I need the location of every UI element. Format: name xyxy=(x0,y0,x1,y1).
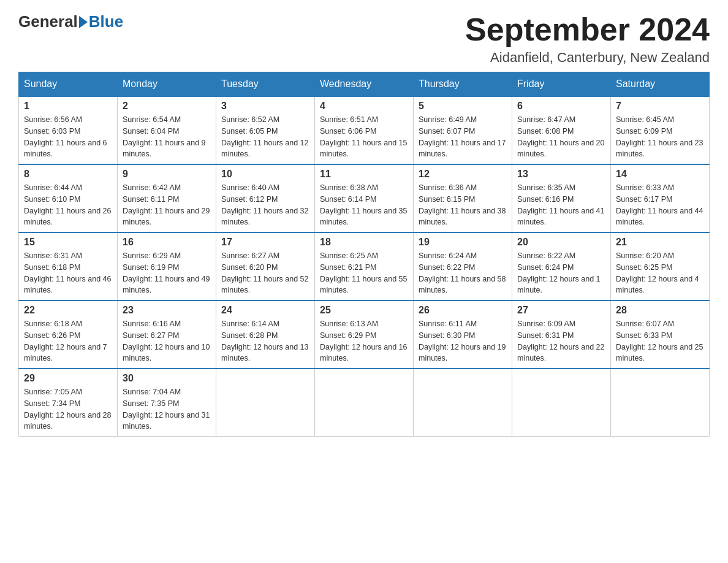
day-info: Sunrise: 6:33 AMSunset: 6:17 PMDaylight:… xyxy=(616,182,704,228)
day-info: Sunrise: 6:16 AMSunset: 6:27 PMDaylight:… xyxy=(123,318,211,364)
day-number: 28 xyxy=(616,305,704,316)
calendar-cell xyxy=(611,369,710,437)
month-title: September 2024 xyxy=(465,12,710,47)
logo-arrow-icon xyxy=(79,16,88,28)
calendar-cell: 29Sunrise: 7:05 AMSunset: 7:34 PMDayligh… xyxy=(19,369,118,437)
day-info: Sunrise: 7:04 AMSunset: 7:35 PMDaylight:… xyxy=(123,386,211,432)
day-number: 7 xyxy=(616,101,704,112)
day-info: Sunrise: 6:07 AMSunset: 6:33 PMDaylight:… xyxy=(616,318,704,364)
calendar-cell: 16Sunrise: 6:29 AMSunset: 6:19 PMDayligh… xyxy=(118,232,216,301)
calendar-cell: 17Sunrise: 6:27 AMSunset: 6:20 PMDayligh… xyxy=(216,232,315,301)
calendar-cell: 22Sunrise: 6:18 AMSunset: 6:26 PMDayligh… xyxy=(19,301,118,369)
calendar-cell: 15Sunrise: 6:31 AMSunset: 6:18 PMDayligh… xyxy=(19,232,118,301)
logo: General Blue xyxy=(18,12,123,31)
week-row-5: 29Sunrise: 7:05 AMSunset: 7:34 PMDayligh… xyxy=(19,369,710,437)
day-number: 8 xyxy=(24,169,112,180)
day-number: 18 xyxy=(320,237,408,248)
logo-blue-text: Blue xyxy=(89,12,123,31)
day-number: 1 xyxy=(24,101,112,112)
day-info: Sunrise: 6:56 AMSunset: 6:03 PMDaylight:… xyxy=(24,114,112,160)
day-info: Sunrise: 6:49 AMSunset: 6:07 PMDaylight:… xyxy=(419,114,507,160)
title-section: September 2024 Aidanfield, Canterbury, N… xyxy=(465,12,710,66)
calendar-cell xyxy=(315,369,414,437)
day-number: 17 xyxy=(221,237,309,248)
calendar-cell xyxy=(216,369,315,437)
weekday-header-tuesday: Tuesday xyxy=(216,72,315,97)
calendar-cell: 25Sunrise: 6:13 AMSunset: 6:29 PMDayligh… xyxy=(315,301,414,369)
day-info: Sunrise: 6:13 AMSunset: 6:29 PMDaylight:… xyxy=(320,318,408,364)
day-info: Sunrise: 6:11 AMSunset: 6:30 PMDaylight:… xyxy=(419,318,507,364)
logo-general-text: General xyxy=(18,12,78,31)
day-info: Sunrise: 6:45 AMSunset: 6:09 PMDaylight:… xyxy=(616,114,704,160)
day-number: 2 xyxy=(123,101,211,112)
weekday-header-row: SundayMondayTuesdayWednesdayThursdayFrid… xyxy=(19,72,710,97)
calendar-cell: 5Sunrise: 6:49 AMSunset: 6:07 PMDaylight… xyxy=(414,96,512,164)
day-number: 15 xyxy=(24,237,112,248)
page-container: General Blue September 2024 Aidanfield, … xyxy=(18,12,710,437)
day-number: 9 xyxy=(123,169,211,180)
weekday-header-saturday: Saturday xyxy=(611,72,710,97)
calendar-cell: 2Sunrise: 6:54 AMSunset: 6:04 PMDaylight… xyxy=(118,96,216,164)
day-info: Sunrise: 6:54 AMSunset: 6:04 PMDaylight:… xyxy=(123,114,211,160)
day-number: 27 xyxy=(517,305,605,316)
day-info: Sunrise: 6:22 AMSunset: 6:24 PMDaylight:… xyxy=(517,250,605,296)
weekday-header-monday: Monday xyxy=(118,72,216,97)
day-number: 21 xyxy=(616,237,704,248)
calendar-cell: 12Sunrise: 6:36 AMSunset: 6:15 PMDayligh… xyxy=(414,164,512,232)
day-info: Sunrise: 6:27 AMSunset: 6:20 PMDaylight:… xyxy=(221,250,309,296)
day-info: Sunrise: 6:51 AMSunset: 6:06 PMDaylight:… xyxy=(320,114,408,160)
day-number: 13 xyxy=(517,169,605,180)
calendar-cell: 6Sunrise: 6:47 AMSunset: 6:08 PMDaylight… xyxy=(512,96,611,164)
day-info: Sunrise: 6:38 AMSunset: 6:14 PMDaylight:… xyxy=(320,182,408,228)
week-row-3: 15Sunrise: 6:31 AMSunset: 6:18 PMDayligh… xyxy=(19,232,710,301)
day-info: Sunrise: 6:29 AMSunset: 6:19 PMDaylight:… xyxy=(123,250,211,296)
day-info: Sunrise: 6:52 AMSunset: 6:05 PMDaylight:… xyxy=(221,114,309,160)
day-info: Sunrise: 6:18 AMSunset: 6:26 PMDaylight:… xyxy=(24,318,112,364)
day-number: 29 xyxy=(24,373,112,384)
day-number: 12 xyxy=(419,169,507,180)
calendar-cell: 9Sunrise: 6:42 AMSunset: 6:11 PMDaylight… xyxy=(118,164,216,232)
calendar-cell: 27Sunrise: 6:09 AMSunset: 6:31 PMDayligh… xyxy=(512,301,611,369)
day-number: 4 xyxy=(320,101,408,112)
calendar-cell: 4Sunrise: 6:51 AMSunset: 6:06 PMDaylight… xyxy=(315,96,414,164)
day-info: Sunrise: 6:20 AMSunset: 6:25 PMDaylight:… xyxy=(616,250,704,296)
day-info: Sunrise: 6:47 AMSunset: 6:08 PMDaylight:… xyxy=(517,114,605,160)
calendar-cell: 24Sunrise: 6:14 AMSunset: 6:28 PMDayligh… xyxy=(216,301,315,369)
calendar-table: SundayMondayTuesdayWednesdayThursdayFrid… xyxy=(18,72,710,437)
day-number: 22 xyxy=(24,305,112,316)
calendar-cell: 18Sunrise: 6:25 AMSunset: 6:21 PMDayligh… xyxy=(315,232,414,301)
calendar-cell: 11Sunrise: 6:38 AMSunset: 6:14 PMDayligh… xyxy=(315,164,414,232)
calendar-cell: 3Sunrise: 6:52 AMSunset: 6:05 PMDaylight… xyxy=(216,96,315,164)
weekday-header-wednesday: Wednesday xyxy=(315,72,414,97)
weekday-header-thursday: Thursday xyxy=(414,72,512,97)
calendar-cell: 13Sunrise: 6:35 AMSunset: 6:16 PMDayligh… xyxy=(512,164,611,232)
day-number: 24 xyxy=(221,305,309,316)
day-info: Sunrise: 6:40 AMSunset: 6:12 PMDaylight:… xyxy=(221,182,309,228)
calendar-cell: 20Sunrise: 6:22 AMSunset: 6:24 PMDayligh… xyxy=(512,232,611,301)
calendar-cell: 14Sunrise: 6:33 AMSunset: 6:17 PMDayligh… xyxy=(611,164,710,232)
header: General Blue September 2024 Aidanfield, … xyxy=(18,12,710,66)
day-number: 5 xyxy=(419,101,507,112)
week-row-4: 22Sunrise: 6:18 AMSunset: 6:26 PMDayligh… xyxy=(19,301,710,369)
weekday-header-friday: Friday xyxy=(512,72,611,97)
day-info: Sunrise: 6:14 AMSunset: 6:28 PMDaylight:… xyxy=(221,318,309,364)
day-info: Sunrise: 6:31 AMSunset: 6:18 PMDaylight:… xyxy=(24,250,112,296)
calendar-cell: 23Sunrise: 6:16 AMSunset: 6:27 PMDayligh… xyxy=(118,301,216,369)
day-info: Sunrise: 6:44 AMSunset: 6:10 PMDaylight:… xyxy=(24,182,112,228)
day-number: 16 xyxy=(123,237,211,248)
day-number: 11 xyxy=(320,169,408,180)
calendar-cell: 26Sunrise: 6:11 AMSunset: 6:30 PMDayligh… xyxy=(414,301,512,369)
calendar-cell: 28Sunrise: 6:07 AMSunset: 6:33 PMDayligh… xyxy=(611,301,710,369)
calendar-cell xyxy=(414,369,512,437)
day-info: Sunrise: 6:25 AMSunset: 6:21 PMDaylight:… xyxy=(320,250,408,296)
day-number: 19 xyxy=(419,237,507,248)
day-number: 10 xyxy=(221,169,309,180)
calendar-cell: 1Sunrise: 6:56 AMSunset: 6:03 PMDaylight… xyxy=(19,96,118,164)
day-number: 23 xyxy=(123,305,211,316)
day-number: 3 xyxy=(221,101,309,112)
weekday-header-sunday: Sunday xyxy=(19,72,118,97)
day-number: 14 xyxy=(616,169,704,180)
calendar-cell xyxy=(512,369,611,437)
location-title: Aidanfield, Canterbury, New Zealand xyxy=(465,50,710,66)
day-info: Sunrise: 6:36 AMSunset: 6:15 PMDaylight:… xyxy=(419,182,507,228)
